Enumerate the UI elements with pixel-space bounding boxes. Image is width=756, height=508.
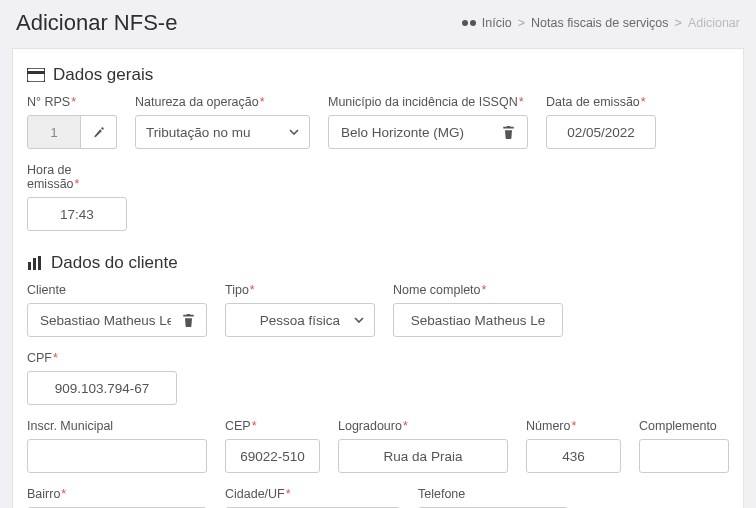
pencil-icon [92, 126, 105, 139]
section-general: Dados gerais [27, 57, 729, 95]
rps-input: 1 [27, 115, 81, 149]
rps-label: N° RPS [27, 95, 117, 109]
municipio-clear-button[interactable] [497, 121, 519, 143]
bairro-label: Bairro [27, 487, 207, 501]
municipio-value: Belo Horizonte (MG) [341, 125, 464, 140]
svg-rect-4 [38, 256, 41, 270]
complemento-input[interactable] [639, 439, 729, 473]
cep-label: CEP [225, 419, 320, 433]
complemento-label: Complemento [639, 419, 729, 433]
natureza-value: Tributação no mu [146, 125, 251, 140]
svg-rect-1 [27, 71, 45, 74]
breadcrumb-current: Adicionar [688, 16, 740, 30]
cliente-clear-button[interactable] [179, 309, 198, 331]
cpf-label: CPF [27, 351, 177, 365]
breadcrumb-mid[interactable]: Notas fiscais de serviços [531, 16, 669, 30]
cliente-label: Cliente [27, 283, 207, 297]
cidade-label: Cidade/UF [225, 487, 400, 501]
logradouro-label: Logradouro [338, 419, 508, 433]
svg-rect-3 [33, 258, 36, 270]
rps-edit-button[interactable] [81, 115, 117, 149]
cep-input[interactable]: 69022-510 [225, 439, 320, 473]
section-client-label: Dados do cliente [51, 253, 178, 273]
section-general-label: Dados gerais [53, 65, 153, 85]
breadcrumb-home[interactable]: Início [482, 16, 512, 30]
bars-icon [27, 256, 43, 270]
form-panel: Dados gerais N° RPS 1 Natureza da operaç… [12, 48, 744, 508]
breadcrumb-sep: > [675, 16, 682, 30]
natureza-label: Natureza da operação [135, 95, 310, 109]
breadcrumb: Início > Notas fiscais de serviços > Adi… [462, 16, 740, 30]
inscr-input[interactable] [27, 439, 207, 473]
data-input[interactable]: 02/05/2022 [546, 115, 656, 149]
natureza-select[interactable]: Tributação no mu [135, 115, 310, 149]
municipio-input[interactable]: Belo Horizonte (MG) [328, 115, 528, 149]
cliente-input[interactable]: Sebastiao Matheus Lean [27, 303, 207, 337]
page-title: Adicionar NFS-e [16, 10, 177, 36]
chevron-down-icon [289, 129, 299, 135]
nome-label: Nome completo [393, 283, 563, 297]
inscr-label: Inscr. Municipal [27, 419, 207, 433]
tipo-select[interactable]: Pessoa física [225, 303, 375, 337]
trash-icon [182, 313, 195, 327]
hora-input[interactable]: 17:43 [27, 197, 127, 231]
telefone-label: Telefone [418, 487, 568, 501]
dashboard-icon [462, 17, 476, 29]
breadcrumb-sep: > [518, 16, 525, 30]
logradouro-input[interactable]: Rua da Praia [338, 439, 508, 473]
tipo-label: Tipo [225, 283, 375, 297]
cliente-value: Sebastiao Matheus Lean [40, 313, 171, 328]
hora-label: Hora de emissão [27, 163, 127, 191]
trash-icon [502, 125, 515, 139]
data-label: Data de emissão [546, 95, 656, 109]
svg-rect-2 [28, 262, 31, 270]
nome-input[interactable]: Sebastiao Matheus Le [393, 303, 563, 337]
tipo-value: Pessoa física [236, 313, 364, 328]
card-icon [27, 68, 45, 82]
cpf-input[interactable]: 909.103.794-67 [27, 371, 177, 405]
numero-input[interactable]: 436 [526, 439, 621, 473]
numero-label: Número [526, 419, 621, 433]
svg-rect-0 [27, 68, 45, 82]
municipio-label: Município da incidência de ISSQN [328, 95, 528, 109]
section-client: Dados do cliente [27, 245, 729, 283]
